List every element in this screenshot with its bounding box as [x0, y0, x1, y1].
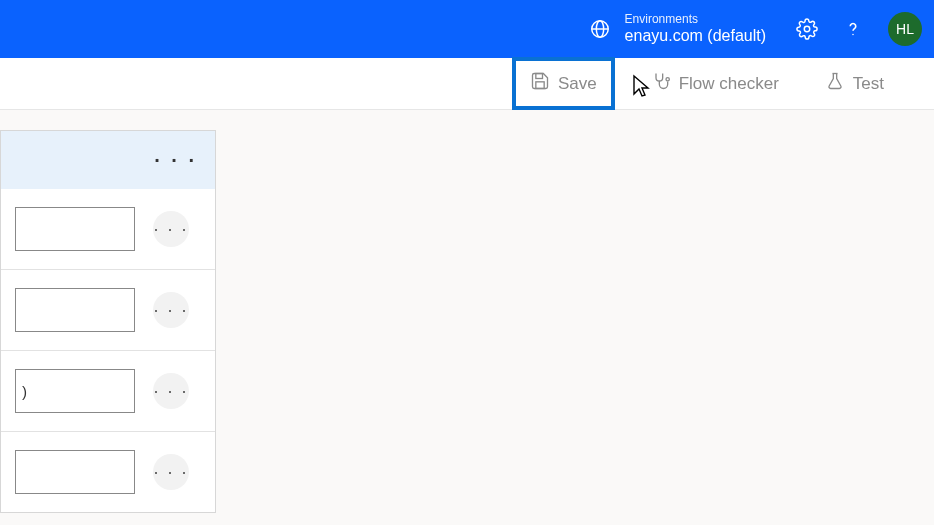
test-button[interactable]: Test: [815, 65, 894, 102]
save-button[interactable]: Save: [512, 57, 615, 110]
environment-value: enayu.com (default): [625, 27, 766, 45]
help-icon[interactable]: [842, 18, 864, 40]
environment-label: Environments: [625, 13, 766, 27]
save-label: Save: [558, 74, 597, 94]
row-more-icon[interactable]: · · ·: [153, 211, 189, 247]
card-row: · · ·: [1, 432, 215, 512]
row-more-icon[interactable]: · · ·: [153, 292, 189, 328]
action-toolbar: Save Flow checker Test: [0, 58, 934, 110]
globe-icon: [589, 18, 611, 40]
card-header[interactable]: · · ·: [1, 131, 215, 189]
card-row: · · ·: [1, 270, 215, 351]
gear-icon[interactable]: [796, 18, 818, 40]
flask-icon: [825, 71, 845, 96]
top-header: Environments enayu.com (default) HL: [0, 0, 934, 58]
card-row: · · ·: [1, 189, 215, 270]
svg-point-3: [804, 26, 810, 32]
card-row: ) · · ·: [1, 351, 215, 432]
row-more-icon[interactable]: · · ·: [153, 454, 189, 490]
field-input[interactable]: [15, 450, 135, 494]
save-icon: [530, 71, 550, 96]
svg-rect-6: [536, 82, 544, 89]
field-input[interactable]: ): [15, 369, 135, 413]
field-input[interactable]: [15, 288, 135, 332]
test-label: Test: [853, 74, 884, 94]
avatar[interactable]: HL: [888, 12, 922, 46]
flow-checker-button[interactable]: Flow checker: [641, 65, 789, 102]
field-input[interactable]: [15, 207, 135, 251]
svg-rect-5: [536, 74, 543, 79]
svg-point-7: [666, 78, 669, 81]
svg-point-4: [852, 34, 853, 35]
card-more-icon[interactable]: · · ·: [154, 149, 197, 172]
flow-checker-label: Flow checker: [679, 74, 779, 94]
environment-selector[interactable]: Environments enayu.com (default): [589, 13, 766, 45]
stethoscope-icon: [651, 71, 671, 96]
flow-canvas: · · · · · · · · · ) · · · · · ·: [0, 110, 934, 525]
action-card: · · · · · · · · · ) · · · · · ·: [0, 130, 216, 513]
row-more-icon[interactable]: · · ·: [153, 373, 189, 409]
